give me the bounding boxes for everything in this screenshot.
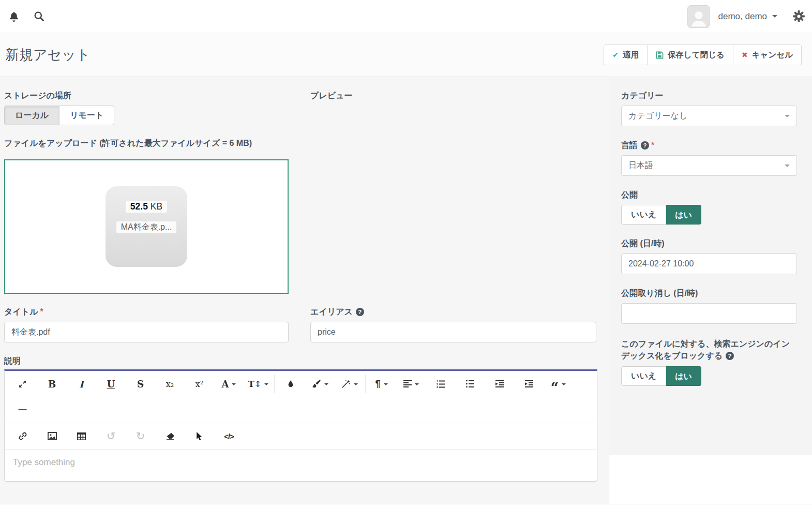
published-yes-button[interactable]: はい xyxy=(666,205,701,225)
required-asterisk: * xyxy=(40,307,43,316)
check-icon: ✔ xyxy=(612,51,619,59)
user-menu[interactable]: demo, demo xyxy=(687,5,778,28)
file-dropzone[interactable]: 52.5 KB MA料金表.p... xyxy=(4,159,289,294)
caret-down-icon xyxy=(415,383,419,387)
save-floppy-icon xyxy=(656,51,664,59)
required-asterisk: * xyxy=(651,141,654,150)
action-button-group: ✔ 適用 保存して閉じる ✖ キャンセル xyxy=(604,44,802,65)
block-search-index-toggle: いいえ はい xyxy=(621,366,701,386)
bold-icon[interactable]: B xyxy=(39,374,65,394)
block-index-no-button[interactable]: いいえ xyxy=(621,366,666,386)
horizontal-rule-icon[interactable]: — xyxy=(10,400,35,420)
published-toggle: いいえ はい xyxy=(621,205,701,225)
form-content: ストレージの場所 ローカル リモート ファイルをアップロード (許可された最大フ… xyxy=(0,77,609,504)
title-field-label: タイトル* xyxy=(4,307,289,317)
help-icon[interactable]: ? xyxy=(356,308,364,316)
underline-icon[interactable]: U xyxy=(98,374,124,394)
storage-remote-button[interactable]: リモート xyxy=(59,106,114,125)
caret-down-icon xyxy=(562,383,566,387)
toolbar-separator xyxy=(365,375,366,393)
category-label: カテゴリー xyxy=(621,91,797,101)
svg-text:3: 3 xyxy=(437,385,438,388)
caret-down-icon xyxy=(384,383,388,387)
blockquote-icon[interactable]: “ xyxy=(546,374,571,394)
search-icon[interactable] xyxy=(30,8,48,25)
published-no-button[interactable]: いいえ xyxy=(621,205,666,225)
storage-location-label: ストレージの場所 xyxy=(4,91,289,101)
description-label: 説明 xyxy=(4,356,596,366)
cancel-label: キャンセル xyxy=(752,50,793,61)
save-close-button[interactable]: 保存して閉じる xyxy=(647,44,733,65)
select-all-cursor-icon[interactable] xyxy=(187,426,212,446)
settings-sidebar: カテゴリー カテゴリーなし 言語?* 日本語 公開 いいえ はい 公開 (日/時… xyxy=(609,77,812,504)
file-size-value: 52.5 xyxy=(130,201,148,212)
help-icon[interactable]: ? xyxy=(726,352,734,360)
editor-toolbar-row-2: ↺ ↻ </> xyxy=(5,423,597,449)
user-name[interactable]: demo, demo xyxy=(718,11,768,22)
page-title: 新規アセット xyxy=(5,46,91,64)
caret-down-icon xyxy=(264,383,268,387)
language-value: 日本語 xyxy=(628,161,653,170)
unpublish-at-label: 公開取り消し (日/時) xyxy=(621,288,797,298)
strikethrough-icon[interactable]: S xyxy=(128,374,153,394)
code-view-icon[interactable]: </> xyxy=(216,426,242,446)
insert-image-icon[interactable] xyxy=(39,426,65,446)
redo-icon[interactable]: ↻ xyxy=(128,426,153,446)
uploaded-file-card: 52.5 KB MA料金表.p... xyxy=(106,186,187,267)
font-size-icon[interactable]: T↕ xyxy=(246,374,271,394)
block-index-yes-button[interactable]: はい xyxy=(666,366,701,386)
block-search-index-label: このファイルに対する、検索エンジンのインデックス化をブロックする? xyxy=(621,338,794,362)
file-size-unit: KB xyxy=(151,201,162,212)
font-family-icon[interactable]: A xyxy=(216,374,242,394)
save-close-label: 保存して閉じる xyxy=(668,50,725,61)
avatar[interactable] xyxy=(687,5,710,28)
title-bar: 新規アセット ✔ 適用 保存して閉じる ✖ キャンセル xyxy=(0,33,812,77)
storage-local-button[interactable]: ローカル xyxy=(4,106,59,125)
storage-toggle: ローカル リモート xyxy=(4,106,114,125)
superscript-icon[interactable]: x² xyxy=(187,374,212,394)
text-color-droplet-icon[interactable] xyxy=(278,374,303,394)
ordered-list-icon[interactable]: 123 xyxy=(428,374,453,394)
insert-table-icon[interactable] xyxy=(69,426,94,446)
indent-icon[interactable] xyxy=(516,374,542,394)
published-label: 公開 xyxy=(621,190,797,200)
editor-toolbar-row-1: B I U S x₂ x² A T↕ xyxy=(5,371,597,423)
italic-icon[interactable]: I xyxy=(69,374,94,394)
upload-file-label: ファイルをアップロード (許可された最大ファイルサイズ = 6 MB) xyxy=(4,138,289,148)
insert-link-icon[interactable] xyxy=(10,426,35,446)
unordered-list-icon[interactable] xyxy=(457,374,483,394)
cancel-button[interactable]: ✖ キャンセル xyxy=(733,44,802,65)
x-icon: ✖ xyxy=(742,51,748,59)
align-icon[interactable] xyxy=(398,374,424,394)
publish-at-input[interactable] xyxy=(621,253,797,274)
notifications-bell-icon[interactable] xyxy=(5,8,23,25)
paragraph-format-icon[interactable]: ¶ xyxy=(369,374,394,394)
subscript-icon[interactable]: x₂ xyxy=(157,374,183,394)
alias-field-label: エイリアス? xyxy=(310,307,596,317)
apply-button[interactable]: ✔ 適用 xyxy=(604,44,648,65)
fullscreen-icon[interactable] xyxy=(10,374,35,394)
chevron-down-icon[interactable] xyxy=(772,15,777,20)
apply-label: 適用 xyxy=(623,50,639,61)
caret-down-icon xyxy=(785,115,790,120)
category-select[interactable]: カテゴリーなし xyxy=(621,106,797,126)
outdent-icon[interactable] xyxy=(487,374,512,394)
paragraph-style-wand-icon[interactable] xyxy=(337,374,362,394)
caret-down-icon xyxy=(785,165,790,170)
alias-input[interactable] xyxy=(310,322,596,342)
caret-down-icon xyxy=(324,383,328,387)
language-label: 言語?* xyxy=(621,140,797,151)
inline-style-brush-icon[interactable] xyxy=(307,374,333,394)
caret-down-icon xyxy=(232,383,236,387)
title-input[interactable] xyxy=(4,322,289,342)
help-icon[interactable]: ? xyxy=(641,141,649,150)
unpublish-at-input[interactable] xyxy=(621,303,797,324)
preview-label: プレビュー xyxy=(310,91,596,101)
rich-text-editor: B I U S x₂ x² A T↕ xyxy=(4,369,597,482)
clear-formatting-eraser-icon[interactable] xyxy=(157,426,183,446)
description-editor-area[interactable]: Type something xyxy=(5,449,597,481)
language-select[interactable]: 日本語 xyxy=(621,155,797,176)
undo-icon[interactable]: ↺ xyxy=(98,426,124,446)
settings-gear-icon[interactable] xyxy=(793,10,805,22)
file-name-badge: MA料金表.p... xyxy=(116,221,177,233)
